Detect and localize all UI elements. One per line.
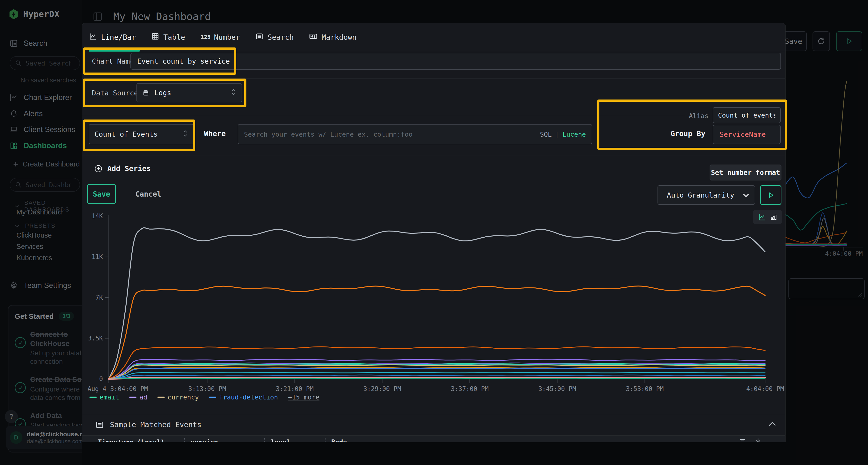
chart-type-tabs: Line/Bar Table 123 Number Search Markdow…: [82, 23, 785, 51]
sample-matched-events-header[interactable]: Sample Matched Events: [95, 421, 201, 429]
y-tick-label: 14K: [92, 212, 103, 220]
legend-swatch: [129, 397, 136, 398]
group-by-input[interactable]: [713, 125, 781, 144]
legend-swatch: [209, 397, 216, 398]
collapse-section-button[interactable]: [768, 421, 776, 427]
column-separator: [184, 438, 185, 442]
chevron-down-icon: [743, 191, 749, 199]
column-separator: [325, 438, 326, 442]
x-tick-label: 3:21:00 PM: [276, 385, 314, 393]
list-icon: [95, 421, 104, 429]
add-series-button[interactable]: Add Series: [94, 164, 151, 173]
chart-name-label: Chart Name: [92, 57, 134, 65]
list-icon: [255, 33, 263, 42]
chart-name-input[interactable]: [130, 53, 781, 70]
sql-mode-toggle[interactable]: SQL: [540, 131, 552, 138]
tab-table[interactable]: Table: [151, 33, 185, 42]
series-line-series-13: [109, 378, 765, 379]
select-updown-icon: [183, 130, 188, 139]
group-by-label: Group By: [671, 129, 706, 138]
x-tick-label: Aug 4 3:04:00 PM: [88, 385, 148, 393]
x-tick-label: 4:04:00 PM: [746, 385, 784, 393]
legend-item-email[interactable]: email: [89, 393, 119, 401]
where-label: Where: [204, 129, 226, 138]
granularity-select[interactable]: Auto Granularity: [657, 185, 755, 205]
lucene-mode-toggle[interactable]: Lucene: [562, 131, 586, 138]
table-icon: [151, 33, 159, 42]
column-header-service[interactable]: service: [190, 436, 264, 442]
legend-more-link[interactable]: +15 more: [288, 393, 319, 401]
data-source-select[interactable]: Logs: [136, 83, 242, 102]
y-tick-label: 7K: [95, 294, 103, 301]
table-header-icons: [739, 437, 762, 442]
alias-label: Alias: [689, 112, 708, 120]
series-line-series-6: [109, 364, 765, 379]
column-separator: [264, 438, 265, 442]
where-input[interactable]: [244, 131, 536, 138]
select-updown-icon: [231, 89, 236, 97]
play-icon: [767, 192, 774, 199]
number-123-icon: 123: [200, 34, 211, 40]
column-header-timestamp-local-[interactable]: Timestamp (Local): [98, 436, 184, 442]
legend-item-currency[interactable]: currency: [157, 393, 199, 401]
events-table-header: Timestamp (Local)servicelevelBody: [82, 435, 785, 442]
data-source-label: Data Source: [92, 89, 138, 97]
where-search-box: SQL | Lucene: [238, 124, 592, 144]
aggregation-select[interactable]: Count of Events: [89, 124, 194, 144]
legend-item-fraud-detection[interactable]: fraud-detection: [209, 393, 278, 401]
x-tick-label: 3:45:00 PM: [538, 385, 576, 393]
y-tick-label: 0: [99, 375, 103, 383]
x-tick-label: 3:29:00 PM: [363, 385, 401, 393]
x-tick-label: 3:53:00 PM: [626, 385, 664, 393]
run-chart-button[interactable]: [760, 185, 781, 205]
tab-line-bar[interactable]: Line/Bar: [89, 33, 136, 42]
divider: [82, 78, 785, 78]
tab-number[interactable]: 123 Number: [200, 33, 240, 41]
event-count-chart[interactable]: 03.5K7K11K14KAug 4 3:04:00 PM3:13:00 PM3…: [82, 209, 785, 418]
divider: [82, 115, 684, 116]
cancel-button[interactable]: Cancel: [130, 184, 166, 204]
chart-legend: emailadcurrencyfraud-detection+15 more: [89, 393, 319, 401]
circled-plus-icon: [94, 165, 102, 173]
divider: [82, 414, 785, 415]
save-button[interactable]: Save: [87, 184, 116, 204]
column-header-level[interactable]: level: [271, 436, 325, 442]
y-tick-label: 11K: [92, 253, 103, 261]
active-tab-underline: [89, 50, 140, 52]
legend-item-ad[interactable]: ad: [129, 393, 147, 401]
filter-icon[interactable]: [739, 437, 746, 442]
edit-chart-modal: Line/Bar Table 123 Number Search Markdow…: [82, 23, 785, 442]
line-chart-icon: [89, 33, 97, 42]
tab-markdown[interactable]: Markdown: [309, 33, 356, 42]
divider: [82, 155, 785, 156]
column-header-body[interactable]: Body: [331, 436, 548, 442]
x-tick-label: 3:37:00 PM: [451, 385, 489, 393]
series-line-series-0: [109, 228, 765, 379]
legend-swatch: [157, 397, 165, 398]
x-tick-label: 3:13:00 PM: [188, 385, 226, 393]
chevron-up-icon: [768, 421, 776, 426]
set-number-format-button[interactable]: Set number format: [710, 165, 781, 180]
tab-search[interactable]: Search: [255, 33, 294, 42]
y-tick-label: 3.5K: [88, 335, 103, 342]
database-icon: [142, 89, 150, 96]
legend-swatch: [89, 397, 97, 398]
alias-input[interactable]: [713, 107, 781, 123]
markdown-icon: [309, 33, 317, 42]
download-icon[interactable]: [754, 437, 762, 442]
